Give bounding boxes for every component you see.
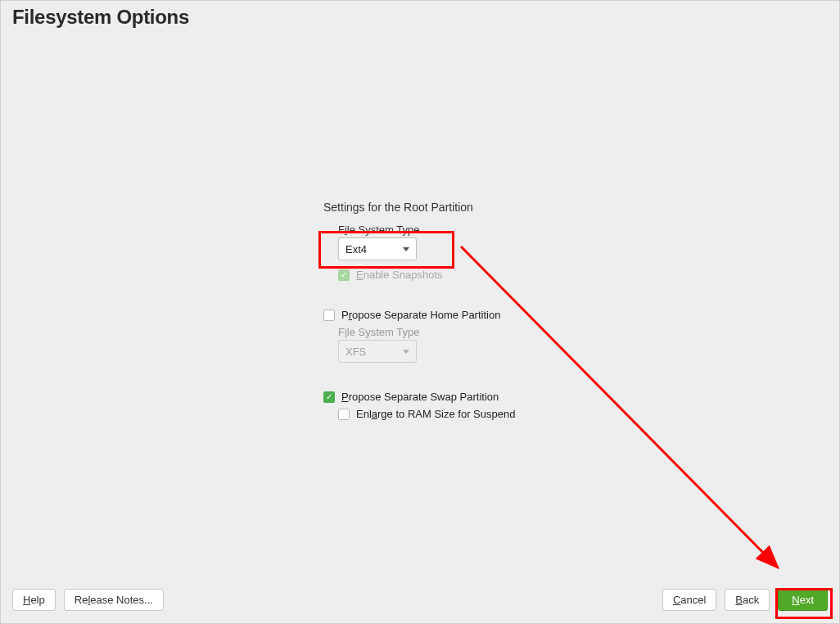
form-content: Settings for the Root Partition File Sys… <box>323 201 610 420</box>
enable-snapshots-checkbox: ✓ <box>338 269 350 281</box>
enlarge-swap-checkbox[interactable] <box>338 409 350 420</box>
swap-partition-row: ✓ Propose Separate Swap Partition <box>323 391 610 403</box>
chevron-down-icon <box>403 350 409 354</box>
chevron-down-icon <box>403 247 409 251</box>
home-partition-row: Propose Separate Home Partition <box>323 309 610 321</box>
check-icon: ✓ <box>341 271 347 279</box>
footer-bar: Help Release Notes... Cancel Back Next <box>1 587 839 612</box>
swap-partition-label: Propose Separate Swap Partition <box>341 391 499 403</box>
root-section-header: Settings for the Root Partition <box>323 201 610 214</box>
home-fs-type-combobox: XFS <box>338 340 417 363</box>
check-icon: ✓ <box>326 393 332 401</box>
page-title: Filesystem Options <box>12 6 189 29</box>
enable-snapshots-label: Enable Snapshots <box>356 269 443 281</box>
home-partition-label: Propose Separate Home Partition <box>341 309 500 321</box>
back-button[interactable]: Back <box>725 589 770 611</box>
cancel-button[interactable]: Cancel <box>662 589 716 611</box>
root-fs-type-value: Ext4 <box>345 243 367 255</box>
installer-window: Filesystem Options Settings for the Root… <box>0 0 840 624</box>
release-notes-button[interactable]: Release Notes... <box>64 589 164 611</box>
root-fs-type-combobox[interactable]: Ext4 <box>338 237 417 260</box>
next-button[interactable]: Next <box>778 589 828 611</box>
swap-partition-checkbox[interactable]: ✓ <box>323 391 335 403</box>
enlarge-swap-label: Enlarge to RAM Size for Suspend <box>356 408 515 420</box>
footer-left: Help Release Notes... <box>12 589 164 611</box>
root-fs-type-label: File System Type <box>338 224 610 236</box>
enable-snapshots-row: ✓ Enable Snapshots <box>338 269 610 281</box>
footer-right: Cancel Back Next <box>662 589 828 611</box>
home-fs-type-label: File System Type <box>338 326 610 338</box>
home-fs-type-value: XFS <box>345 346 366 358</box>
help-button[interactable]: Help <box>12 589 56 611</box>
enlarge-swap-row: Enlarge to RAM Size for Suspend <box>338 408 610 420</box>
home-partition-checkbox[interactable] <box>323 310 335 321</box>
